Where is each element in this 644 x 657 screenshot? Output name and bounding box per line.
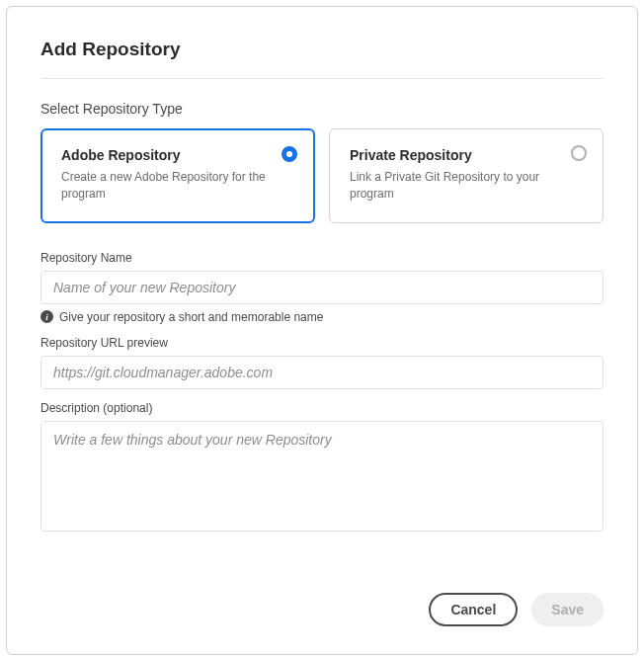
repo-name-label: Repository Name xyxy=(40,251,604,265)
repo-url-label: Repository URL preview xyxy=(40,336,604,350)
repo-name-input[interactable] xyxy=(40,271,604,304)
repo-url-field: Repository URL preview xyxy=(40,336,604,389)
repo-type-label: Select Repository Type xyxy=(40,101,604,117)
repo-type-private-title: Private Repository xyxy=(350,147,583,163)
repo-type-private-desc: Link a Private Git Repository to your pr… xyxy=(350,169,583,203)
repo-type-adobe-desc: Create a new Adobe Repository for the pr… xyxy=(61,169,294,203)
repo-type-options: Adobe Repository Create a new Adobe Repo… xyxy=(40,128,604,223)
cancel-button[interactable]: Cancel xyxy=(429,593,518,626)
repo-type-adobe[interactable]: Adobe Repository Create a new Adobe Repo… xyxy=(40,128,315,223)
dialog-footer: Cancel Save xyxy=(40,593,604,626)
repo-type-private[interactable]: Private Repository Link a Private Git Re… xyxy=(329,128,604,223)
repo-desc-label: Description (optional) xyxy=(40,401,604,415)
add-repository-dialog: Add Repository Select Repository Type Ad… xyxy=(6,6,638,655)
radio-selected-icon xyxy=(282,146,297,162)
repo-url-input[interactable] xyxy=(40,356,604,389)
repo-name-helper: i Give your repository a short and memor… xyxy=(40,310,604,324)
repo-desc-field: Description (optional) xyxy=(40,401,604,535)
repo-name-helper-text: Give your repository a short and memorab… xyxy=(59,310,323,324)
radio-unselected-icon xyxy=(571,145,587,161)
dialog-title: Add Repository xyxy=(40,39,604,60)
info-icon: i xyxy=(40,310,53,323)
repo-type-adobe-title: Adobe Repository xyxy=(61,147,294,163)
repo-desc-input[interactable] xyxy=(40,421,604,532)
divider xyxy=(40,78,604,79)
repo-name-field: Repository Name i Give your repository a… xyxy=(40,251,604,324)
save-button[interactable]: Save xyxy=(531,593,604,626)
